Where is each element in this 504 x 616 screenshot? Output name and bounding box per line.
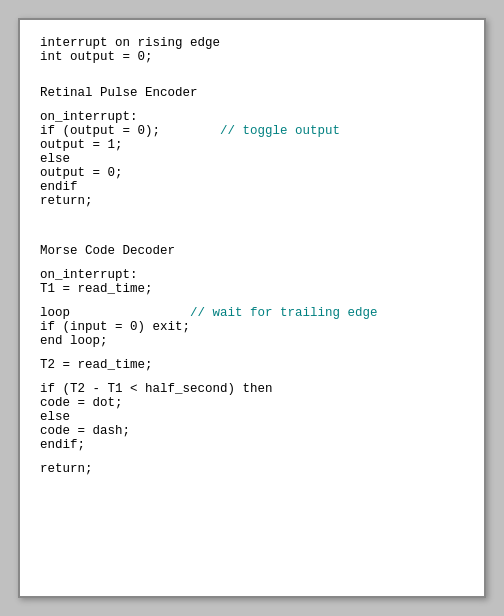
- code-line-7: output = 0;: [40, 166, 464, 180]
- code-line-6: else: [40, 152, 464, 166]
- spacer-1: [40, 100, 464, 110]
- section-1: interrupt on rising edge int output = 0;…: [40, 36, 464, 208]
- section-2: Morse Code Decoder on_interrupt: T1 = re…: [40, 244, 464, 476]
- code-line-12-wrap: loop // wait for trailing edge: [40, 306, 464, 320]
- code-line-title-1: Retinal Pulse Encoder: [40, 86, 464, 100]
- spacer-5: [40, 372, 464, 382]
- code-line-12-comment: // wait for trailing edge: [190, 306, 378, 320]
- code-line-17: code = dot;: [40, 396, 464, 410]
- code-line-11: T1 = read_time;: [40, 282, 464, 296]
- code-line-1: interrupt on rising edge: [40, 36, 464, 50]
- code-line-3: on_interrupt:: [40, 110, 464, 124]
- code-line-19: code = dash;: [40, 424, 464, 438]
- spacer-2: [40, 258, 464, 268]
- code-line-12-code: loop: [40, 306, 190, 320]
- spacer-6: [40, 452, 464, 462]
- code-line-8: endif: [40, 180, 464, 194]
- code-line-2: int output = 0;: [40, 50, 464, 64]
- spacer-3: [40, 296, 464, 306]
- code-line-13: if (input = 0) exit;: [40, 320, 464, 334]
- code-line-14: end loop;: [40, 334, 464, 348]
- code-panel: interrupt on rising edge int output = 0;…: [18, 18, 486, 598]
- code-line-10: on_interrupt:: [40, 268, 464, 282]
- code-line-4-wrap: if (output = 0); // toggle output: [40, 124, 464, 138]
- code-line-5: output = 1;: [40, 138, 464, 152]
- code-line-4-comment: // toggle output: [220, 124, 340, 138]
- divider-1: [40, 64, 464, 86]
- code-line-18: else: [40, 410, 464, 424]
- code-line-20: endif;: [40, 438, 464, 452]
- section-divider: [40, 208, 464, 244]
- code-line-9: return;: [40, 194, 464, 208]
- code-line-21: return;: [40, 462, 464, 476]
- code-line-title-2: Morse Code Decoder: [40, 244, 464, 258]
- page-container: interrupt on rising edge int output = 0;…: [0, 0, 504, 616]
- code-line-15: T2 = read_time;: [40, 358, 464, 372]
- code-line-4-code: if (output = 0);: [40, 124, 220, 138]
- code-line-16: if (T2 - T1 < half_second) then: [40, 382, 464, 396]
- spacer-4: [40, 348, 464, 358]
